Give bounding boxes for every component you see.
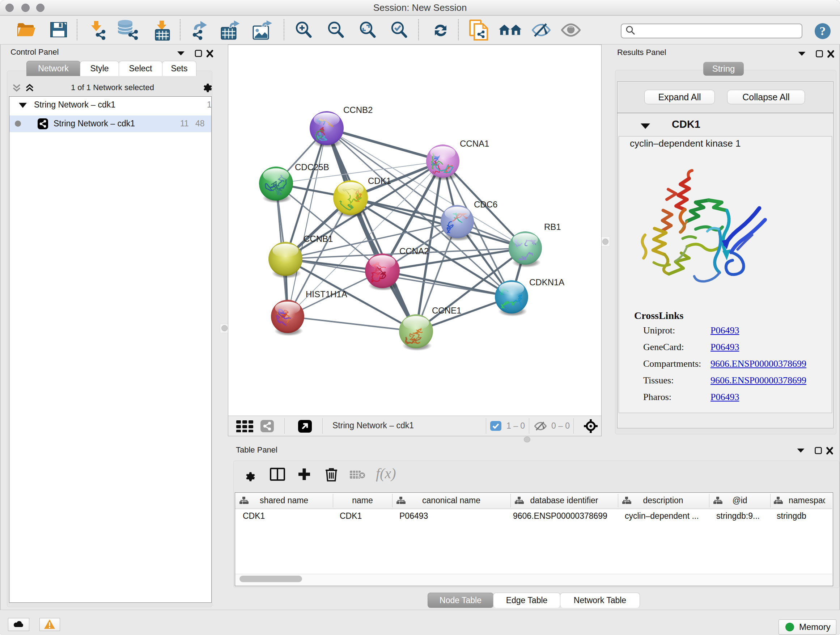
svg-text:CCNE1: CCNE1 <box>432 306 461 315</box>
svg-text:CDKN1A: CDKN1A <box>529 277 564 287</box>
svg-text:CDC25B: CDC25B <box>295 162 329 172</box>
svg-text:CCNB1: CCNB1 <box>303 234 333 244</box>
svg-text:RB1: RB1 <box>544 222 561 232</box>
svg-text:CCNB2: CCNB2 <box>343 105 373 115</box>
svg-text:CDC6: CDC6 <box>474 200 497 209</box>
svg-text:CCNA2: CCNA2 <box>399 246 429 256</box>
svg-text:CCNA1: CCNA1 <box>460 139 489 149</box>
svg-text:CDK1: CDK1 <box>368 176 391 186</box>
svg-text:HIST1H1A: HIST1H1A <box>306 289 347 299</box>
